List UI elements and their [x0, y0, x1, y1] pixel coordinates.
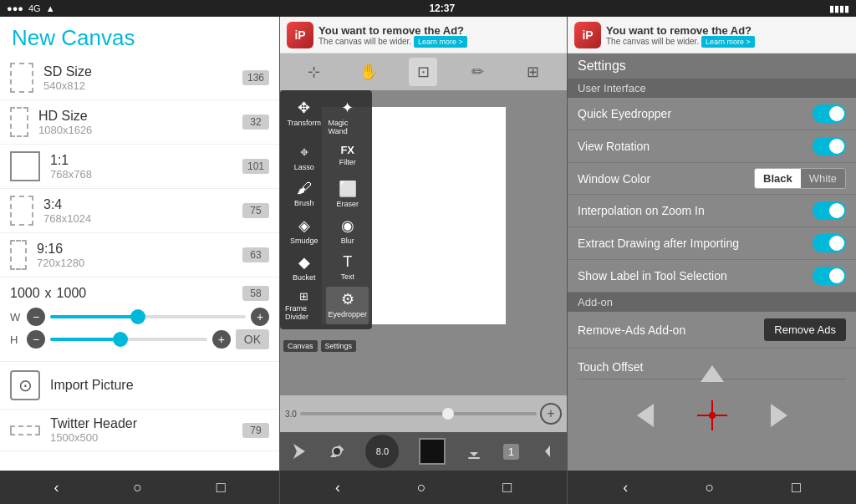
height-slider[interactable] [50, 338, 207, 341]
width-plus-button[interactable]: + [251, 308, 269, 326]
tool-bucket[interactable]: ◆ Bucket [283, 250, 324, 285]
height-minus-button[interactable]: − [27, 330, 45, 349]
status-bar: ●●● 4G ▲ 12:37 ▮▮▮▮ [0, 0, 856, 17]
ad-banner-p2[interactable]: iP You want to remove the Ad? The canvas… [280, 17, 567, 53]
status-left: ●●● 4G ▲ [7, 3, 55, 13]
tool-eraser[interactable]: ⬜ Eraser [326, 176, 369, 211]
tool-brush[interactable]: 🖌 Brush [283, 176, 324, 211]
canvas-item-twitter[interactable]: Twitter Header 1500x500 79 [0, 410, 279, 451]
add-layer-btn[interactable]: + [540, 403, 562, 425]
tool-eyedropper[interactable]: ⚙ Eyedropper [326, 287, 369, 324]
ok-button[interactable]: OK [236, 329, 269, 349]
pen-tool-bottom-btn[interactable] [328, 442, 346, 461]
download-btn[interactable] [465, 442, 483, 461]
frame-tool-btn[interactable]: ⊞ [518, 58, 547, 86]
settings-panel-wrapper: iP You want to remove the Ad? The canvas… [568, 17, 856, 504]
width-slider[interactable] [50, 315, 246, 318]
stamp-tool-btn[interactable]: ⊡ [409, 58, 437, 86]
canvas-info-1x1: 1:1 768x768 [50, 153, 242, 181]
color-swatch [419, 438, 446, 465]
nav-bar-panel2: ‹ ○ □ [280, 471, 567, 504]
canvas-item-sd[interactable]: SD Size 540x812 136 [0, 56, 279, 100]
toggle-show-label[interactable] [813, 267, 846, 285]
remove-ads-button[interactable]: Remove Ads [764, 318, 846, 341]
toggle-view-rotation[interactable] [813, 137, 846, 155]
transform-tool-btn[interactable]: ✋ [354, 58, 383, 86]
canvas-item-1x1[interactable]: 1:1 768x768 101 [0, 145, 279, 189]
touch-offset-section: Touch Offset [568, 349, 856, 451]
recent-button-p2[interactable]: □ [502, 479, 512, 496]
nav-bar-panel3: ‹ ○ □ [568, 471, 856, 504]
tool-smudge[interactable]: ◈ Smudge [283, 213, 324, 248]
pages-btn[interactable]: 1 [503, 444, 519, 460]
blur-icon: ◉ [341, 216, 354, 235]
pen-value-btn[interactable]: 8.0 [365, 435, 399, 468]
toggle-extract-drawing[interactable] [813, 234, 846, 252]
learn-more-btn-p2[interactable]: Learn more > [414, 36, 467, 48]
canvas-thumb-1x1 [10, 151, 40, 181]
arrow-left-icon[interactable] [637, 404, 654, 427]
eraser-icon: ⬜ [339, 180, 357, 198]
canvas-item-hd[interactable]: HD Size 1080x1626 32 [0, 100, 279, 145]
height-plus-button[interactable]: + [212, 330, 231, 349]
toggle-interpolation[interactable] [813, 201, 846, 220]
canvas-tab-label[interactable]: Canvas [283, 340, 318, 352]
height-slider-row: H − + OK [10, 329, 269, 349]
canvas-info-twitter: Twitter Header 1500x500 [50, 416, 242, 444]
width-slider-row: W − + [10, 308, 269, 326]
tool-blur[interactable]: ◉ Blur [326, 213, 369, 248]
status-right: ▮▮▮▮ [829, 3, 849, 14]
canvas-info-sd: SD Size 540x812 [43, 64, 242, 92]
canvas-thumb-twitter [10, 425, 40, 435]
arrow-up-icon[interactable] [701, 365, 724, 382]
zoom-slider[interactable] [300, 412, 537, 415]
toggle-quick-eyedropper[interactable] [813, 104, 846, 123]
color-swatch-btn[interactable] [419, 438, 446, 465]
home-button-p3[interactable]: ○ [706, 479, 715, 496]
color-white-option[interactable]: White [801, 169, 845, 188]
settings-tab-label[interactable]: Settings [321, 340, 357, 352]
home-button-p2[interactable]: ○ [417, 479, 426, 496]
magic-wand-icon: ✦ [341, 99, 354, 117]
canvas-thumb-sd [10, 63, 33, 93]
settings-panel: Settings User Interface Quick Eyedropper… [568, 53, 856, 471]
remove-ads-label: Remove-Ads Add-on [578, 323, 764, 337]
back-btn-p2-bottom[interactable] [538, 442, 557, 461]
tool-popup: ✥ Transform ✦ Magic Wand ⌖ Lasso FX Filt… [280, 90, 372, 329]
learn-more-btn-p3[interactable]: Learn more > [701, 36, 755, 48]
tool-frame-divider[interactable]: ⊞ Frame Divider [283, 287, 324, 324]
draw-area[interactable]: ✥ Transform ✦ Magic Wand ⌖ Lasso FX Filt… [280, 90, 567, 395]
arrow-tool-btn[interactable] [290, 442, 308, 461]
canvas-item-3x4[interactable]: 3:4 768x1024 75 [0, 189, 279, 233]
height-label: H [10, 333, 22, 346]
back-button-p3[interactable]: ‹ [623, 479, 628, 496]
import-picture-item[interactable]: ⊙ Import Picture [0, 362, 279, 410]
tool-transform[interactable]: ✥ Transform [283, 95, 324, 139]
recent-button-p1[interactable]: □ [217, 479, 226, 496]
tool-magic-wand[interactable]: ✦ Magic Wand [326, 95, 369, 139]
recent-button-p3[interactable]: □ [792, 479, 801, 496]
back-button-p2[interactable]: ‹ [335, 479, 340, 496]
arrow-right-icon[interactable] [771, 404, 787, 427]
addon-section-header: Add-on [568, 293, 856, 312]
frame-divider-icon: ⊞ [299, 290, 308, 303]
back-button-p1[interactable]: ‹ [54, 479, 59, 496]
setting-view-rotation: View Rotation [568, 130, 856, 163]
lasso-icon: ⌖ [300, 144, 308, 161]
tool-filter[interactable]: FX Filter [326, 140, 369, 175]
color-black-option[interactable]: Black [755, 169, 801, 188]
time-label: 12:37 [429, 3, 455, 14]
pen-size-circle: 8.0 [365, 435, 399, 468]
home-button-p1[interactable]: ○ [133, 479, 142, 496]
ad-banner-p3[interactable]: iP You want to remove the Ad? The canvas… [568, 17, 856, 53]
tool-text[interactable]: T Text [326, 250, 369, 285]
select-tool-btn[interactable]: ⊹ [300, 58, 329, 86]
tool-lasso[interactable]: ⌖ Lasso [283, 140, 324, 175]
canvas-item-9x16[interactable]: 9:16 720x1280 63 [0, 233, 279, 277]
pen-tool-btn[interactable]: ✏ [464, 58, 492, 86]
page-number: 1 [503, 444, 519, 460]
width-minus-button[interactable]: − [27, 308, 45, 326]
window-color-label: Window Color [578, 172, 754, 186]
eyedropper-icon: ⚙ [341, 290, 354, 308]
setting-interpolation: Interpolation on Zoom In [568, 195, 856, 227]
